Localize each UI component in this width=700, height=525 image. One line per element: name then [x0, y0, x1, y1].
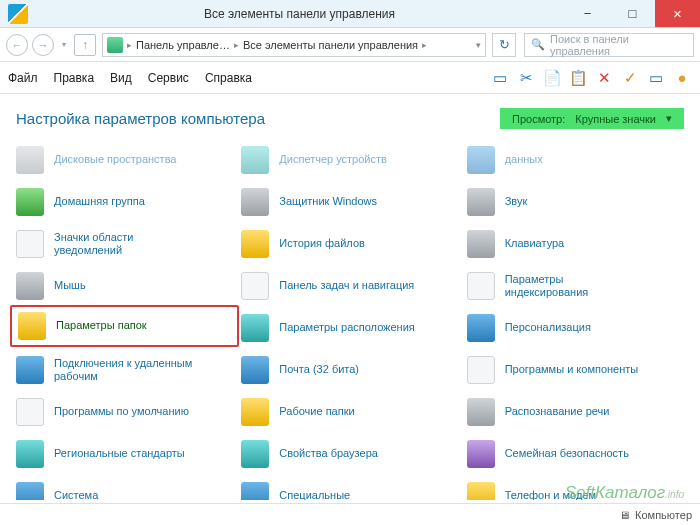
control-panel-item[interactable]: Рабочие папки — [241, 391, 458, 433]
history-dropdown[interactable]: ▾ — [58, 40, 70, 49]
menu-view[interactable]: Вид — [110, 71, 132, 85]
item-icon — [467, 398, 495, 426]
control-panel-item[interactable]: Программы по умолчанию — [16, 391, 233, 433]
delete-icon[interactable]: ✕ — [594, 68, 614, 88]
control-panel-item[interactable]: Система — [16, 475, 233, 500]
item-icon — [18, 312, 46, 340]
page-title: Настройка параметров компьютера — [16, 110, 500, 127]
control-panel-item[interactable]: Защитник Windows — [241, 181, 458, 223]
window-buttons: − □ × — [565, 0, 700, 27]
chevron-down-icon: ▾ — [666, 112, 672, 125]
item-icon — [241, 188, 269, 216]
control-panel-item[interactable]: Параметры индексирования — [467, 265, 684, 307]
item-icon — [467, 356, 495, 384]
back-button[interactable]: ← — [6, 34, 28, 56]
control-panel-item[interactable]: Подключения к удаленным рабочим — [16, 349, 233, 391]
item-icon — [241, 356, 269, 384]
item-label: Клавиатура — [505, 237, 565, 250]
maximize-button[interactable]: □ — [610, 0, 655, 27]
control-panel-item[interactable]: Телефон и модем — [467, 475, 684, 500]
control-panel-item[interactable]: Специальные — [241, 475, 458, 500]
item-label: Дисковые пространства — [54, 153, 177, 166]
menubar: Файл Правка Вид Сервис Справка ▭✂📄📋✕✓▭● — [0, 62, 700, 94]
item-label: Рабочие папки — [279, 405, 354, 418]
item-label: Домашняя группа — [54, 195, 145, 208]
breadcrumb-seg1[interactable]: Панель управле… — [136, 39, 230, 51]
item-label: Значки области уведомлений — [54, 231, 194, 257]
menu-tools[interactable]: Сервис — [148, 71, 189, 85]
item-icon — [241, 314, 269, 342]
close-button[interactable]: × — [655, 0, 700, 27]
control-panel-item[interactable]: Почта (32 бита) — [241, 349, 458, 391]
control-panel-item[interactable]: История файлов — [241, 223, 458, 265]
item-label: Программы по умолчанию — [54, 405, 189, 418]
forward-button[interactable]: → — [32, 34, 54, 56]
breadcrumb-sep: ▸ — [234, 40, 239, 50]
control-panel-item[interactable]: Региональные стандарты — [16, 433, 233, 475]
control-panel-item[interactable]: Свойства браузера — [241, 433, 458, 475]
cut-icon[interactable]: ✂ — [516, 68, 536, 88]
item-label: Параметры расположения — [279, 321, 414, 334]
status-text: Компьютер — [635, 509, 692, 521]
menu-help[interactable]: Справка — [205, 71, 252, 85]
control-panel-item[interactable]: Мышь — [16, 265, 233, 307]
control-panel-item[interactable]: Параметры папок — [10, 305, 239, 347]
item-icon — [16, 482, 44, 500]
item-icon — [16, 230, 44, 258]
control-panel-item[interactable]: Клавиатура — [467, 223, 684, 265]
control-panel-item[interactable]: Параметры расположения — [241, 307, 458, 349]
item-label: Почта (32 бита) — [279, 363, 359, 376]
item-label: Программы и компоненты — [505, 363, 639, 376]
props-icon[interactable]: ▭ — [646, 68, 666, 88]
item-icon — [241, 230, 269, 258]
item-icon — [241, 146, 269, 174]
view-value: Крупные значки — [575, 113, 656, 125]
refresh-button[interactable]: ↻ — [492, 33, 516, 57]
control-panel-item[interactable]: данных — [467, 139, 684, 181]
item-icon — [467, 188, 495, 216]
view-selector[interactable]: Просмотр: Крупные значки ▾ — [500, 108, 684, 129]
item-label: Звук — [505, 195, 528, 208]
control-panel-item[interactable]: Диспетчер устройств — [241, 139, 458, 181]
control-panel-item[interactable]: Значки области уведомлений — [16, 223, 233, 265]
item-icon — [241, 482, 269, 500]
paste-icon[interactable]: 📋 — [568, 68, 588, 88]
item-label: Телефон и модем — [505, 489, 596, 500]
control-panel-item[interactable]: Программы и компоненты — [467, 349, 684, 391]
item-label: Распознавание речи — [505, 405, 610, 418]
page-header: Настройка параметров компьютера Просмотр… — [0, 94, 700, 139]
item-label: Семейная безопасность — [505, 447, 629, 460]
panel-icon[interactable]: ▭ — [490, 68, 510, 88]
item-icon — [16, 146, 44, 174]
menu-edit[interactable]: Правка — [54, 71, 95, 85]
up-button[interactable]: ↑ — [74, 34, 96, 56]
menu-file[interactable]: Файл — [8, 71, 38, 85]
item-icon — [16, 272, 44, 300]
item-label: данных — [505, 153, 543, 166]
item-label: Параметры индексирования — [505, 273, 645, 299]
address-dropdown[interactable]: ▾ — [476, 40, 481, 50]
status-icon: 🖥 — [619, 509, 630, 521]
control-panel-item[interactable]: Семейная безопасность — [467, 433, 684, 475]
item-label: Свойства браузера — [279, 447, 378, 460]
control-panel-item[interactable]: Домашняя группа — [16, 181, 233, 223]
globe-icon[interactable]: ● — [672, 68, 692, 88]
control-panel-item[interactable]: Дисковые пространства — [16, 139, 233, 181]
item-label: Региональные стандарты — [54, 447, 185, 460]
item-icon — [16, 188, 44, 216]
copy-icon[interactable]: 📄 — [542, 68, 562, 88]
item-icon — [241, 440, 269, 468]
control-panel-item[interactable]: Панель задач и навигация — [241, 265, 458, 307]
address-bar[interactable]: ▸ Панель управле… ▸ Все элементы панели … — [102, 33, 486, 57]
control-panel-item[interactable]: Распознавание речи — [467, 391, 684, 433]
minimize-button[interactable]: − — [565, 0, 610, 27]
breadcrumb-sep: ▸ — [127, 40, 132, 50]
breadcrumb-seg2[interactable]: Все элементы панели управления — [243, 39, 418, 51]
window-title: Все элементы панели управления — [34, 7, 565, 21]
control-panel-item[interactable]: Персонализация — [467, 307, 684, 349]
item-icon — [16, 356, 44, 384]
item-label: Диспетчер устройств — [279, 153, 387, 166]
apply-icon[interactable]: ✓ — [620, 68, 640, 88]
search-input[interactable]: 🔍 Поиск в панели управления — [524, 33, 694, 57]
control-panel-item[interactable]: Звук — [467, 181, 684, 223]
